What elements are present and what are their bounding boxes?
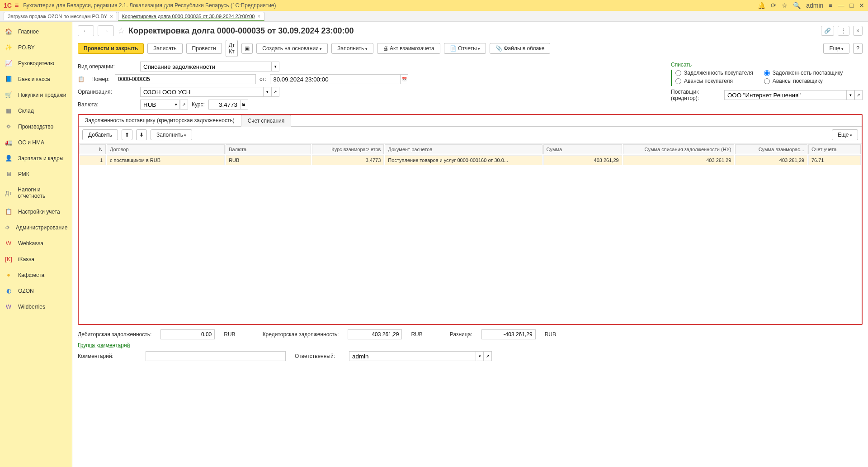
curr-label: Валюта: xyxy=(78,101,137,108)
post-button[interactable]: Провести xyxy=(186,43,222,54)
sidebar-item-ozon[interactable]: ◐OZON xyxy=(0,283,72,299)
dropdown-icon[interactable]: ▾ xyxy=(846,90,854,100)
gear-icon: ⛭ xyxy=(5,224,10,231)
wb-icon: W xyxy=(5,303,13,310)
sidebar-item-webkassa[interactable]: WWebkassa xyxy=(0,235,72,251)
radio-customer-debt[interactable] xyxy=(675,70,681,76)
resp-select[interactable]: ▾ ↗ xyxy=(349,351,492,361)
tab-supplier-debt[interactable]: Задолженность поставщику (кредиторская з… xyxy=(79,115,241,126)
sidebar-item-kaffesta[interactable]: ●Каффеста xyxy=(0,267,72,283)
move-down-button[interactable]: ⬇ xyxy=(136,129,147,140)
sidebar-item-main[interactable]: 🏠Главное xyxy=(0,24,72,39)
writeoff-group-label: Списать xyxy=(671,62,863,68)
rate-field[interactable]: 🖩 xyxy=(208,100,248,110)
deb-field xyxy=(160,329,215,339)
menu-icon[interactable]: ≡ xyxy=(14,1,19,10)
op-type-select[interactable]: ▾ xyxy=(140,62,279,71)
back-button[interactable]: ← xyxy=(78,25,94,36)
sidebar-item-trade[interactable]: 🛒Покупки и продажи xyxy=(0,87,72,103)
fill-rows-button[interactable]: Заполнить xyxy=(151,129,192,140)
date-field[interactable]: 📅 xyxy=(270,74,408,84)
forward-button[interactable]: → xyxy=(98,25,114,36)
deb-label: Дебиторская задолженность: xyxy=(78,331,151,338)
gear-icon: ⛭ xyxy=(5,123,13,130)
curr-select[interactable]: ▾ ↗ xyxy=(140,100,188,110)
search-icon[interactable]: 🔍 xyxy=(793,2,801,9)
help-button[interactable]: ? xyxy=(853,43,863,54)
calendar-icon[interactable]: 📅 xyxy=(400,74,408,84)
move-up-button[interactable]: ⬆ xyxy=(122,129,132,140)
w-icon: W xyxy=(5,240,13,247)
calc-icon[interactable]: 🖩 xyxy=(240,100,248,110)
reports-button[interactable]: 📄 Отчеты xyxy=(444,43,486,54)
tab-close-icon[interactable]: × xyxy=(257,14,260,19)
open-icon[interactable]: ↗ xyxy=(271,87,279,97)
dtkt-button[interactable]: ДтКт xyxy=(226,40,238,57)
dropdown-icon[interactable]: ▾ xyxy=(271,62,279,71)
doc-icon: 📋 xyxy=(78,76,88,82)
structure-button[interactable]: ▣ xyxy=(241,43,253,54)
table-row[interactable]: 1 с поставщиком в RUB RUB 3,4773 Поступл… xyxy=(80,155,861,165)
more-button[interactable]: Еще xyxy=(823,43,849,54)
cloud-button[interactable]: 📎 Файлы в облаке xyxy=(490,43,550,54)
sidebar-item-ikassa[interactable]: [K]iKassa xyxy=(0,251,72,267)
dropdown-icon[interactable]: ▾ xyxy=(172,100,180,110)
sidebar-item-manager[interactable]: 📈Руководителю xyxy=(0,55,72,71)
grid-icon: ▦ xyxy=(5,107,13,114)
cred-label: Кредиторская задолженность: xyxy=(263,331,339,338)
kebab-icon[interactable]: ⋮ xyxy=(838,26,849,36)
tab-writeoff-account[interactable]: Счет списания xyxy=(241,115,292,127)
sidebar-item-assets[interactable]: 🚛ОС и НМА xyxy=(0,134,72,150)
ozon-icon: ◐ xyxy=(5,287,13,294)
sidebar-item-hr[interactable]: 👤Зарплата и кадры xyxy=(0,150,72,166)
dropdown-icon[interactable]: ▾ xyxy=(476,351,484,361)
write-button[interactable]: Записать xyxy=(147,43,182,54)
close-button[interactable]: × xyxy=(853,26,863,36)
debt-table[interactable]: N Договор Валюта Курс взаиморасчетов Док… xyxy=(79,143,862,166)
tab-close-icon[interactable]: × xyxy=(110,14,113,19)
sidebar-item-admin[interactable]: ⛭Администрирование xyxy=(0,219,72,235)
tabbar: Загрузка продаж OZON по месяцам PO.BY × … xyxy=(0,11,868,22)
sidebar-item-tax[interactable]: ДтНалоги и отчетность xyxy=(0,182,72,204)
star-icon[interactable]: ☆ xyxy=(782,2,788,9)
group-comment-link[interactable]: Группа комментарий xyxy=(78,342,130,348)
sidebar-item-production[interactable]: ⛭Производство xyxy=(0,119,72,134)
fill-button[interactable]: Заполнить xyxy=(331,43,373,54)
comment-field[interactable] xyxy=(146,351,286,361)
open-icon[interactable]: ↗ xyxy=(484,351,492,361)
close-icon[interactable]: ✕ xyxy=(859,2,864,9)
add-row-button[interactable]: Добавить xyxy=(82,129,118,140)
settings-icon[interactable]: ≡ xyxy=(829,2,832,9)
sidebar-item-bank[interactable]: 📘Банк и касса xyxy=(0,71,72,87)
post-close-button[interactable]: Провести и закрыть xyxy=(78,43,144,54)
dropdown-icon[interactable]: ▾ xyxy=(263,87,271,97)
maximize-icon[interactable]: □ xyxy=(850,2,854,9)
org-select[interactable]: ▾ ↗ xyxy=(140,87,279,97)
radio-customer-adv[interactable] xyxy=(675,78,681,84)
sidebar-item-poby[interactable]: ✨PO.BY xyxy=(0,39,72,55)
table-more-button[interactable]: Еще xyxy=(832,129,858,140)
act-button[interactable]: 🖨 Акт взаимозачета xyxy=(377,43,440,54)
sidebar-item-settings[interactable]: 📋Настройки учета xyxy=(0,204,72,219)
radio-supplier-adv[interactable] xyxy=(764,78,770,84)
sidebar-item-wb[interactable]: WWildberries xyxy=(0,299,72,315)
titlebar: 1C ≡ Бухгалтерия для Беларуси, редакция … xyxy=(0,0,868,11)
create-base-button[interactable]: Создать на основании xyxy=(256,43,328,54)
open-icon[interactable]: ↗ xyxy=(854,90,863,100)
history-icon[interactable]: ⟳ xyxy=(771,2,776,9)
favorite-icon[interactable]: ☆ xyxy=(118,26,125,36)
user-label[interactable]: admin xyxy=(806,2,823,9)
tab-ozon-load[interactable]: Загрузка продаж OZON по месяцам PO.BY × xyxy=(4,12,117,20)
bell-icon[interactable]: 🔔 xyxy=(758,2,765,9)
truck-icon: 🚛 xyxy=(5,139,13,146)
sidebar-item-rmk[interactable]: 🖥РМК xyxy=(0,166,72,182)
supplier-select[interactable]: ▾ ↗ xyxy=(724,90,863,100)
tab-debt-correction[interactable]: Корректировка долга 0000-000035 от 30.09… xyxy=(118,12,264,21)
link-icon[interactable]: 🔗 xyxy=(821,26,834,36)
radio-supplier-debt[interactable] xyxy=(764,70,770,76)
sidebar-item-stock[interactable]: ▦Склад xyxy=(0,103,72,119)
num-field[interactable] xyxy=(115,74,256,84)
person-icon: 👤 xyxy=(5,155,13,162)
minimize-icon[interactable]: — xyxy=(838,2,844,9)
open-icon[interactable]: ↗ xyxy=(180,100,188,110)
